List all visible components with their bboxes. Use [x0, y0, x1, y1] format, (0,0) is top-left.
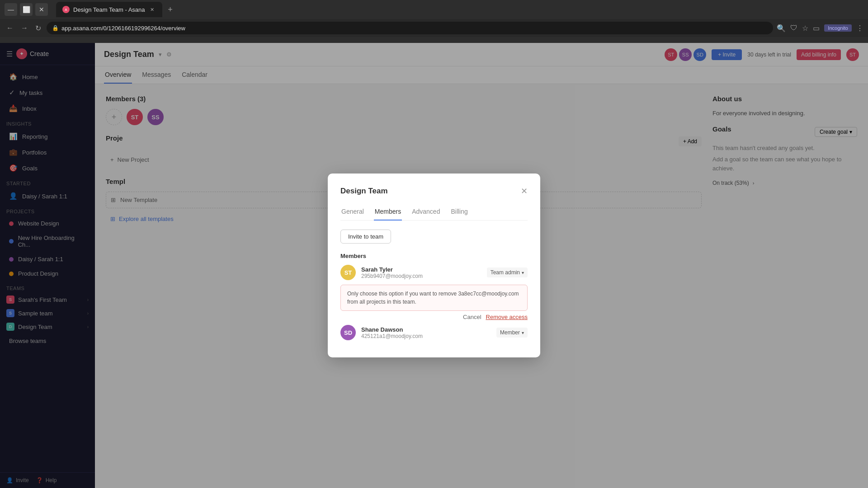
- modal-tab-advanced[interactable]: Advanced: [411, 205, 441, 221]
- shane-avatar: SD: [340, 325, 356, 340]
- shane-role-dropdown[interactable]: Member ▾: [496, 328, 528, 338]
- tab-favicon: A: [62, 6, 70, 13]
- sarah-email: 295b9407@moodjoy.com: [361, 273, 481, 279]
- browser-top-bar: — ⬜ ✕ A Design Team Team - Asana ✕ +: [0, 0, 868, 19]
- shield-icon[interactable]: 🛡: [790, 24, 797, 32]
- warning-text: Only choose this option if you want to r…: [347, 291, 519, 305]
- shane-role-chevron: ▾: [522, 330, 524, 335]
- shane-info: Shane Dawson 425121a1@moodjoy.com: [361, 326, 491, 339]
- minimize-button[interactable]: —: [5, 3, 17, 16]
- modal-close-button[interactable]: ✕: [521, 186, 528, 196]
- modal-overlay[interactable]: Design Team ✕ General Members Advanced B…: [0, 43, 868, 488]
- shane-name: Shane Dawson: [361, 326, 491, 333]
- browser-chrome: — ⬜ ✕ A Design Team Team - Asana ✕ + ← →…: [0, 0, 868, 43]
- tab-close-button[interactable]: ✕: [149, 6, 156, 13]
- tab-bar: A Design Team Team - Asana ✕ +: [52, 1, 181, 18]
- reload-button[interactable]: ↻: [33, 22, 43, 34]
- star-icon[interactable]: ☆: [802, 24, 808, 33]
- forward-button[interactable]: →: [19, 22, 30, 34]
- modal-tabs: General Members Advanced Billing: [340, 205, 528, 221]
- modal-tab-general[interactable]: General: [340, 205, 365, 221]
- modal-header: Design Team ✕: [340, 186, 528, 196]
- remove-access-button[interactable]: Remove access: [486, 314, 528, 320]
- address-bar-row: ← → ↻ 🔒 app.asana.com/0/1206166192996264…: [0, 19, 868, 37]
- more-options-icon[interactable]: ⋮: [856, 24, 863, 33]
- member-row-shane: SD Shane Dawson 425121a1@moodjoy.com Mem…: [340, 325, 528, 340]
- close-window-button[interactable]: ✕: [35, 3, 48, 16]
- modal-tab-billing[interactable]: Billing: [450, 205, 468, 221]
- sarah-info: Sarah Tyler 295b9407@moodjoy.com: [361, 266, 481, 279]
- shane-role-label: Member: [500, 329, 520, 336]
- search-icon[interactable]: 🔍: [777, 24, 786, 33]
- back-button[interactable]: ←: [5, 22, 15, 34]
- tab-title: Design Team Team - Asana: [73, 6, 145, 13]
- sarah-role-dropdown[interactable]: Team admin ▾: [487, 267, 528, 277]
- url-display: app.asana.com/0/1206166192996264/overvie…: [61, 25, 185, 32]
- modal: Design Team ✕ General Members Advanced B…: [328, 174, 540, 357]
- maximize-button[interactable]: ⬜: [20, 3, 33, 16]
- sidebar-toggle-icon[interactable]: ▭: [813, 24, 820, 33]
- sarah-role-label: Team admin: [491, 269, 520, 276]
- new-tab-button[interactable]: +: [164, 3, 177, 16]
- warning-box: Only choose this option if you want to r…: [340, 285, 528, 311]
- member-row-sarah: ST Sarah Tyler 295b9407@moodjoy.com Team…: [340, 265, 528, 280]
- address-bar-actions: 🔍 🛡 ☆ ▭ Incognito ⋮: [777, 24, 863, 33]
- sarah-avatar: ST: [340, 265, 356, 280]
- incognito-badge: Incognito: [824, 24, 852, 32]
- sarah-role-chevron: ▾: [522, 270, 524, 275]
- modal-title: Design Team: [340, 187, 388, 196]
- shane-email: 425121a1@moodjoy.com: [361, 333, 491, 339]
- cancel-button[interactable]: Cancel: [463, 314, 481, 320]
- sarah-name: Sarah Tyler: [361, 266, 481, 273]
- active-tab[interactable]: A Design Team Team - Asana ✕: [56, 2, 162, 17]
- invite-to-team-button[interactable]: Invite to team: [340, 230, 391, 244]
- address-bar[interactable]: 🔒 app.asana.com/0/1206166192996264/overv…: [47, 22, 773, 34]
- modal-members-label: Members: [340, 253, 528, 259]
- warning-actions: Cancel Remove access: [340, 314, 528, 320]
- modal-tab-members[interactable]: Members: [374, 205, 402, 221]
- window-controls: — ⬜ ✕: [5, 3, 48, 16]
